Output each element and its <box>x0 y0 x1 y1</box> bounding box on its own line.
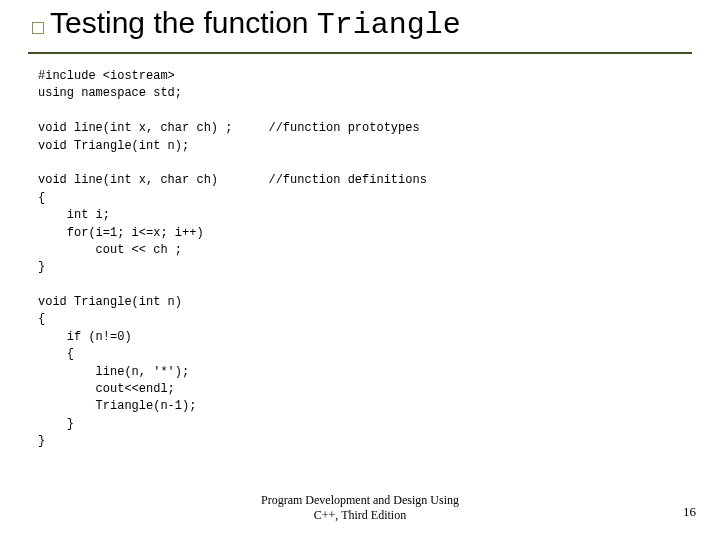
slide-title: Testing the function Triangle <box>50 6 461 42</box>
title-underline <box>28 52 692 54</box>
title-mono: Triangle <box>317 8 461 42</box>
code-block: #include <iostream> using namespace std;… <box>38 68 427 451</box>
slide: Testing the function Triangle #include <… <box>0 0 720 540</box>
footer-line2: C++, Third Edition <box>314 508 406 522</box>
footer: Program Development and Design Using C++… <box>0 493 720 522</box>
page-number: 16 <box>683 504 696 520</box>
title-text: Testing the function <box>50 6 317 39</box>
footer-line1: Program Development and Design Using <box>261 493 459 507</box>
accent-square-icon <box>32 22 44 34</box>
